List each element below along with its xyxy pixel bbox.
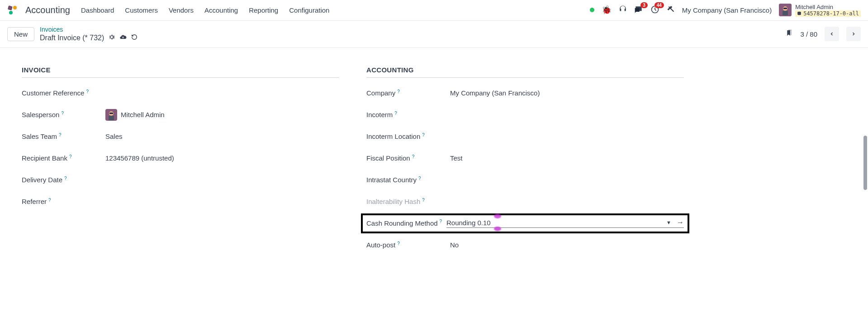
breadcrumb-current: Draft Invoice (* 732) [40, 33, 138, 43]
bookmark-icon[interactable] [786, 29, 793, 39]
nav-menu: Dashboard Customers Vendors Accounting R… [81, 6, 329, 14]
field-delivery-date: Delivery Date? [22, 174, 339, 186]
activities-badge: 44 [655, 2, 664, 8]
pager-next-button[interactable] [846, 27, 861, 41]
auto-post-select[interactable]: No [450, 241, 684, 249]
help-icon[interactable]: ? [61, 111, 64, 116]
svg-point-2 [9, 11, 13, 14]
invoice-section: INVOICE Customer Reference? Salesperson?… [22, 66, 339, 260]
field-inalterability-hash: Inalterability Hash? [366, 195, 684, 208]
pager-text[interactable]: 3 / 80 [800, 30, 817, 38]
nav-accounting[interactable]: Accounting [204, 6, 238, 14]
messages-icon[interactable]: 3 [634, 5, 643, 15]
status-dot-icon [590, 8, 594, 12]
cash-rounding-select[interactable]: Rounding 0.10 ▼ → [446, 218, 684, 228]
topbar-right: 🐞 3 44 My Company (San Francisco) Mitche… [590, 4, 861, 17]
help-icon[interactable]: ? [397, 89, 400, 94]
bug-icon[interactable]: 🐞 [602, 5, 612, 15]
breadcrumb-invoices[interactable]: Invoices [40, 25, 138, 33]
user-db: 54578278-17-0-all [795, 10, 861, 17]
help-icon[interactable]: ? [48, 198, 51, 203]
svg-rect-11 [109, 116, 114, 120]
salesperson-input[interactable]: Mitchell Admin [105, 109, 339, 121]
field-auto-post: Auto-post? No [366, 239, 684, 251]
scrollbar[interactable] [863, 136, 867, 190]
field-cash-rounding: Cash Rounding Method? Rounding 0.10 ▼ → [366, 217, 684, 230]
help-icon[interactable]: ? [412, 154, 415, 159]
activities-icon[interactable]: 44 [650, 5, 659, 15]
pager-prev-button[interactable] [825, 27, 839, 41]
top-navbar: Accounting Dashboard Customers Vendors A… [0, 0, 868, 21]
help-icon[interactable]: ? [64, 176, 67, 181]
field-customer-reference: Customer Reference? [22, 87, 339, 99]
nav-customers[interactable]: Customers [125, 6, 158, 14]
gear-icon[interactable] [109, 34, 115, 42]
external-link-icon[interactable]: → [677, 218, 684, 227]
svg-point-1 [13, 6, 17, 9]
field-recipient-bank: Recipient Bank? 123456789 (untrusted) [22, 152, 339, 165]
help-icon[interactable]: ? [59, 133, 62, 137]
database-icon [797, 11, 802, 16]
field-incoterm: Incoterm? [366, 109, 684, 121]
cash-rounding-highlight: Cash Rounding Method? Rounding 0.10 ▼ → [361, 213, 689, 233]
user-info: Mitchell Admin 54578278-17-0-all [795, 4, 861, 17]
sales-team-input[interactable]: Sales [105, 133, 339, 140]
breadcrumb: Invoices Draft Invoice (* 732) [40, 25, 138, 43]
svg-rect-0 [8, 5, 13, 10]
user-menu[interactable]: Mitchell Admin 54578278-17-0-all [779, 4, 861, 17]
company-switcher[interactable]: My Company (San Francisco) [682, 6, 772, 14]
help-icon[interactable]: ? [422, 198, 425, 203]
salesperson-avatar-icon [105, 109, 117, 121]
help-icon[interactable]: ? [397, 241, 400, 246]
field-incoterm-location: Incoterm Location? [366, 130, 684, 143]
user-avatar-icon [779, 4, 792, 16]
accounting-section: ACCOUNTING Company? My Company (San Fran… [366, 66, 684, 260]
help-icon[interactable]: ? [422, 133, 425, 137]
messages-badge: 3 [640, 2, 648, 8]
subbar-right: 3 / 80 [786, 27, 861, 41]
svg-rect-12 [109, 113, 113, 114]
company-value: My Company (San Francisco) [450, 89, 684, 97]
discard-icon[interactable] [131, 34, 138, 42]
app-logo[interactable] [7, 5, 18, 16]
fiscal-position-input[interactable]: Test [450, 154, 684, 162]
svg-rect-6 [783, 11, 788, 15]
nav-vendors[interactable]: Vendors [169, 6, 194, 14]
user-name: Mitchell Admin [795, 4, 861, 11]
field-sales-team: Sales Team? Sales [22, 130, 339, 143]
app-title[interactable]: Accounting [25, 5, 70, 15]
tools-icon[interactable] [667, 5, 675, 15]
field-referrer: Referrer? [22, 195, 339, 208]
help-icon[interactable]: ? [440, 218, 442, 225]
accounting-section-title: ACCOUNTING [366, 66, 684, 78]
help-icon[interactable]: ? [86, 89, 89, 94]
control-panel: New Invoices Draft Invoice (* 732) 3 / 8… [0, 21, 868, 48]
recipient-bank-input[interactable]: 123456789 (untrusted) [105, 154, 339, 162]
nav-dashboard[interactable]: Dashboard [81, 6, 114, 14]
invoice-section-title: INVOICE [22, 66, 339, 78]
annotation-dot-icon [494, 227, 501, 231]
chevron-down-icon[interactable]: ▼ [666, 220, 671, 225]
help-icon[interactable]: ? [418, 176, 421, 181]
field-intrastat-country: Intrastat Country? [366, 174, 684, 186]
help-icon[interactable]: ? [69, 154, 72, 159]
nav-reporting[interactable]: Reporting [249, 6, 278, 14]
field-fiscal-position: Fiscal Position? Test [366, 152, 684, 165]
annotation-dot-icon [494, 214, 501, 218]
support-icon[interactable] [619, 5, 627, 15]
nav-configuration[interactable]: Configuration [289, 6, 329, 14]
form-content: INVOICE Customer Reference? Salesperson?… [0, 48, 706, 279]
svg-rect-7 [783, 8, 787, 9]
help-icon[interactable]: ? [394, 111, 397, 116]
field-salesperson: Salesperson? Mitchell Admin [22, 109, 339, 121]
new-button[interactable]: New [7, 27, 34, 41]
field-company: Company? My Company (San Francisco) [366, 87, 684, 99]
cloud-upload-icon[interactable] [119, 33, 127, 43]
